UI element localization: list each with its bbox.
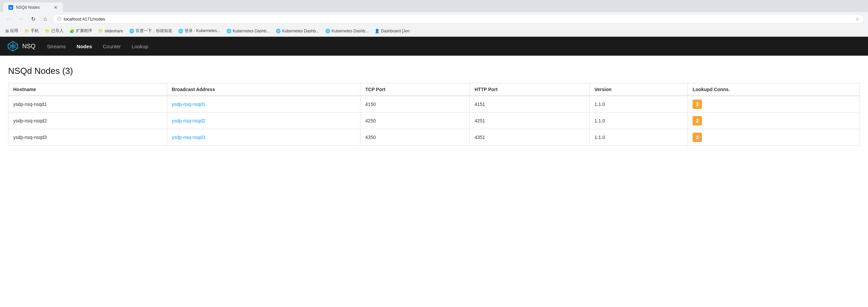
- bookmark-phone[interactable]: 📁 手机: [22, 27, 42, 35]
- lookupd-badge: 2: [693, 116, 702, 125]
- col-hostname: Hostname: [8, 83, 167, 96]
- bookmark-apps-label: 应用: [10, 28, 18, 34]
- bookmark-baidu[interactable]: 🌐 百度一下，你就知道: [127, 27, 175, 35]
- bookmark-apps[interactable]: ⊞ 应用: [3, 27, 21, 35]
- forward-icon: →: [18, 16, 24, 22]
- cell-broadcast-address[interactable]: ysdp-nsq-nsqd2: [167, 113, 360, 129]
- home-icon: ⌂: [44, 16, 47, 22]
- table-row: ysdp-nsq-nsqd1 ysdp-nsq-nsqd1 4150 4151 …: [8, 96, 860, 113]
- bookmark-k8s-dash1-label: Kubernetes Dashb...: [233, 29, 270, 33]
- reload-button[interactable]: ↻: [28, 14, 38, 24]
- cell-hostname: ysdp-nsq-nsqd2: [8, 113, 167, 129]
- bookmark-slideshare[interactable]: 📁 slideshare: [96, 27, 126, 35]
- web-icon-5: 🌐: [325, 29, 330, 33]
- back-icon: ←: [6, 16, 11, 22]
- bookmark-k8s-dash3[interactable]: 🌐 Kubernetes Dashb...: [323, 27, 371, 35]
- nsq-logo-text: NSQ: [22, 43, 35, 50]
- web-icon: 🌐: [129, 29, 134, 33]
- cell-version: 1.1.0: [590, 113, 688, 129]
- tab-favicon: N: [8, 5, 13, 10]
- cell-broadcast-address[interactable]: ysdp-nsq-nsqd1: [167, 96, 360, 113]
- folder-icon: 📁: [24, 29, 29, 33]
- main-content: NSQd Nodes (3) Hostname Broadcast Addres…: [0, 56, 868, 156]
- cell-hostname: ysdp-nsq-nsqd3: [8, 129, 167, 146]
- bookmark-extensions[interactable]: 🧩 扩展程序: [67, 27, 95, 35]
- table-row: ysdp-nsq-nsqd3 ysdp-nsq-nsqd3 4350 4351 …: [8, 129, 860, 146]
- col-broadcast-address: Broadcast Address: [167, 83, 360, 96]
- bookmark-baidu-label: 百度一下，你就知道: [136, 28, 172, 34]
- bookmark-k8s-dash2[interactable]: 🌐 Kubernetes Dashb...: [273, 27, 322, 35]
- active-tab[interactable]: N NSQd Nodes ✕: [3, 2, 63, 12]
- url-text: localhost:4171/nodes: [64, 17, 852, 22]
- bookmark-k8s-dash3-label: Kubernetes Dashb...: [332, 29, 369, 33]
- bookmark-jenkins[interactable]: 👤 Dashboard [Jen: [372, 27, 412, 35]
- cell-broadcast-address[interactable]: ysdp-nsq-nsqd3: [167, 129, 360, 146]
- bookmark-icon[interactable]: ☆: [855, 16, 860, 22]
- bookmark-k8s-dash1[interactable]: 🌐 Kubernetes Dashb...: [224, 27, 272, 35]
- nsq-logo: NSQ: [7, 40, 35, 52]
- col-tcp-port: TCP Port: [360, 83, 470, 96]
- bookmark-imported[interactable]: 📁 已导入: [42, 27, 66, 35]
- nav-nodes[interactable]: Nodes: [72, 41, 97, 52]
- bookmark-k8s-dash2-label: Kubernetes Dashb...: [282, 29, 319, 33]
- browser-chrome: N NSQd Nodes ✕ ← → ↻ ⌂ ⓘ localhost:4171/…: [0, 0, 868, 37]
- cell-tcp-port: 4250: [360, 113, 470, 129]
- nsq-nav-items: Streams Nodes Counter Lookup: [42, 41, 153, 52]
- address-bar[interactable]: ⓘ localhost:4171/nodes ☆: [53, 14, 864, 24]
- browser-tabs: N NSQd Nodes ✕: [0, 0, 868, 12]
- nsq-logo-icon: [7, 40, 19, 52]
- tab-title: NSQd Nodes: [16, 5, 51, 10]
- cell-lookupd-conns: 2: [688, 129, 860, 146]
- bookmark-extensions-label: 扩展程序: [76, 28, 92, 34]
- bookmark-k8s-login-label: 登录 - Kubernetes...: [185, 28, 220, 34]
- table-row: ysdp-nsq-nsqd2 ysdp-nsq-nsqd2 4250 4251 …: [8, 113, 860, 129]
- nav-streams[interactable]: Streams: [42, 41, 71, 52]
- cell-http-port: 4151: [470, 96, 590, 113]
- cell-hostname: ysdp-nsq-nsqd1: [8, 96, 167, 113]
- cell-http-port: 4251: [470, 113, 590, 129]
- lookupd-badge: 2: [693, 133, 702, 142]
- web-icon-3: 🌐: [226, 29, 232, 33]
- puzzle-icon: 🧩: [70, 29, 75, 33]
- bookmark-jenkins-label: Dashboard [Jen: [381, 29, 410, 33]
- security-icon: ⓘ: [57, 16, 61, 22]
- col-http-port: HTTP Port: [470, 83, 590, 96]
- back-button[interactable]: ←: [4, 14, 13, 24]
- apps-grid-icon: ⊞: [5, 29, 9, 33]
- page-title: NSQd Nodes (3): [8, 66, 860, 76]
- bookmark-imported-label: 已导入: [51, 28, 63, 34]
- web-icon-4: 🌐: [276, 29, 281, 33]
- tab-close-icon[interactable]: ✕: [54, 5, 58, 10]
- bookmarks-bar: ⊞ 应用 📁 手机 📁 已导入 🧩 扩展程序 📁 slideshare 🌐 百度…: [0, 26, 868, 36]
- folder-icon-2: 📁: [45, 29, 50, 33]
- bookmark-slideshare-label: slideshare: [105, 29, 123, 33]
- col-lookupd-conns: Lookupd Conns.: [688, 83, 860, 96]
- nav-lookup[interactable]: Lookup: [127, 41, 153, 52]
- nsq-navbar: NSQ Streams Nodes Counter Lookup: [0, 37, 868, 56]
- web-icon-2: 🌐: [178, 29, 183, 33]
- table-header-row: Hostname Broadcast Address TCP Port HTTP…: [8, 83, 860, 96]
- col-version: Version: [590, 83, 688, 96]
- nodes-table: Hostname Broadcast Address TCP Port HTTP…: [8, 83, 860, 146]
- svg-text:N: N: [10, 6, 12, 9]
- cell-http-port: 4351: [470, 129, 590, 146]
- cell-lookupd-conns: 2: [688, 113, 860, 129]
- cell-version: 1.1.0: [590, 129, 688, 146]
- bookmark-phone-label: 手机: [31, 28, 39, 34]
- cell-version: 1.1.0: [590, 96, 688, 113]
- user-icon: 👤: [375, 29, 380, 33]
- folder-icon-3: 📁: [98, 29, 103, 33]
- lookupd-badge: 2: [693, 100, 702, 109]
- reload-icon: ↻: [31, 16, 35, 22]
- cell-lookupd-conns: 2: [688, 96, 860, 113]
- cell-tcp-port: 4150: [360, 96, 470, 113]
- bookmark-k8s-login[interactable]: 🌐 登录 - Kubernetes...: [175, 27, 223, 35]
- browser-toolbar: ← → ↻ ⌂ ⓘ localhost:4171/nodes ☆: [0, 12, 868, 26]
- nav-counter[interactable]: Counter: [98, 41, 126, 52]
- home-button[interactable]: ⌂: [40, 14, 50, 24]
- forward-button[interactable]: →: [16, 14, 26, 24]
- cell-tcp-port: 4350: [360, 129, 470, 146]
